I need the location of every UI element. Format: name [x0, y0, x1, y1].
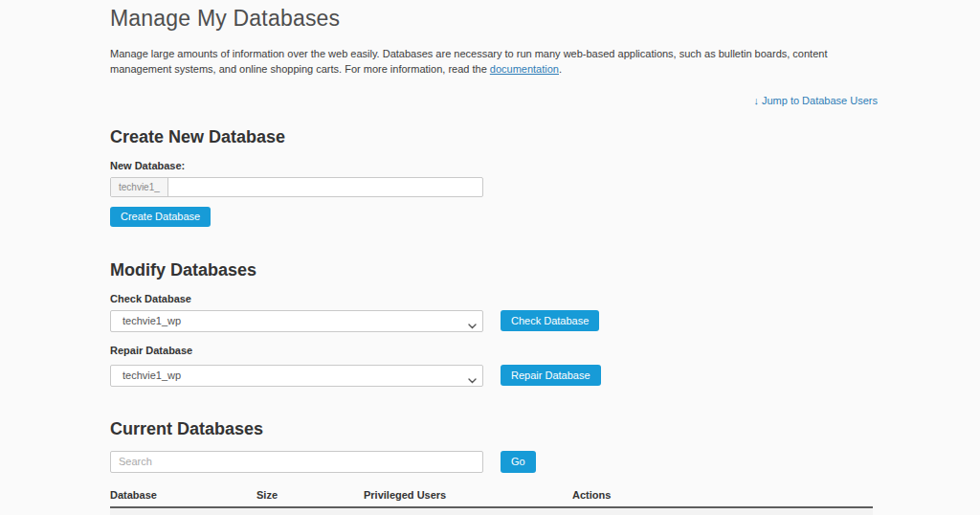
- databases-table: Database Size Privileged Users Actions t…: [110, 482, 873, 515]
- cell-database-size: 7.14 MB: [256, 507, 364, 515]
- modify-databases-heading: Modify Databases: [110, 260, 873, 280]
- create-database-button[interactable]: Create Database: [110, 207, 211, 227]
- repair-database-select[interactable]: techvie1_wp: [110, 365, 483, 387]
- repair-database-button[interactable]: Repair Database: [501, 365, 601, 386]
- go-button[interactable]: Go: [501, 451, 536, 473]
- repair-database-select-wrap: techvie1_wp: [110, 365, 483, 387]
- table-header-row: Database Size Privileged Users Actions: [110, 482, 873, 507]
- new-database-input-group: techvie1_: [110, 177, 483, 197]
- jump-to-database-users-link[interactable]: ↓ Jump to Database Users: [753, 95, 878, 106]
- create-new-database-heading: Create New Database: [110, 127, 873, 147]
- repair-database-row: techvie1_wp Repair Database: [110, 365, 873, 387]
- current-databases-heading: Current Databases: [110, 419, 873, 439]
- down-arrow-icon: ↓: [753, 95, 759, 106]
- page-content: Manage My Databases Manage large amounts…: [0, 0, 873, 515]
- column-header-database: Database: [110, 482, 256, 507]
- search-row: Go: [110, 451, 873, 473]
- jump-to-users-row: ↓ Jump to Database Users: [110, 95, 878, 106]
- search-input[interactable]: [110, 451, 483, 473]
- check-database-label: Check Database: [110, 293, 873, 304]
- column-header-size: Size: [256, 482, 364, 507]
- new-database-label: New Database:: [110, 160, 873, 171]
- documentation-link[interactable]: documentation: [490, 63, 559, 75]
- jump-to-users-label: Jump to Database Users: [762, 95, 878, 106]
- column-header-actions: Actions: [572, 482, 873, 507]
- cell-privileged-users: techvie1_wpuser: [364, 507, 572, 515]
- new-database-input[interactable]: [168, 178, 482, 196]
- check-database-button[interactable]: Check Database: [501, 310, 599, 331]
- description-text: Manage large amounts of information over…: [110, 48, 827, 75]
- table-row: techvie1_wp 7.14 MB techvie1_wpuser: [110, 507, 873, 515]
- page-title: Manage My Databases: [110, 6, 873, 32]
- check-database-select[interactable]: techvie1_wp: [110, 310, 483, 332]
- check-database-row: techvie1_wp Check Database: [110, 310, 873, 332]
- column-header-privileged-users: Privileged Users: [364, 482, 572, 507]
- cell-actions: Rename Delete: [572, 507, 873, 515]
- description-period: .: [559, 63, 562, 75]
- repair-database-label: Repair Database: [110, 345, 873, 356]
- cell-database-name: techvie1_wp: [110, 507, 256, 515]
- database-prefix: techvie1_: [111, 178, 168, 196]
- page-description: Manage large amounts of information over…: [110, 47, 866, 78]
- check-database-select-wrap: techvie1_wp: [110, 310, 483, 332]
